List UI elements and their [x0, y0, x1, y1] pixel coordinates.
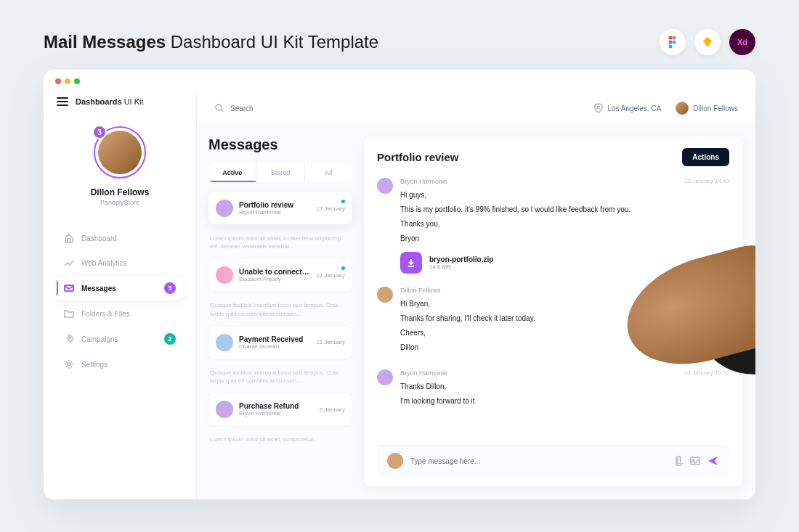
reply: Bryon Harmonie13 January 14:49Hi guys,Th…: [377, 178, 729, 274]
svg-point-4: [669, 45, 673, 49]
message-card[interactable]: Portfolio reviewBryon Harmonie13 January: [208, 192, 352, 224]
profile: 3 Dillon Fellows PanoplyStore: [57, 119, 183, 221]
attachment[interactable]: bryon-portfolio.zip14.6 MB: [400, 252, 729, 274]
message-card[interactable]: Payment ReceivedChanté Moreen11 January: [208, 327, 352, 359]
nav-label: Messages: [81, 285, 116, 292]
message-avatar: [216, 200, 233, 217]
search-icon: [214, 103, 224, 113]
message-preview: Quisque facilisis interdum tortor sed te…: [208, 295, 352, 326]
profile-name: Dillon Fellows: [57, 187, 183, 197]
message-list: Messages ActiveStaredAll Portfolio revie…: [197, 123, 364, 499]
messages-heading: Messages: [208, 136, 352, 153]
sidebar-item-messages[interactable]: Messages3: [57, 276, 183, 300]
avatar-badge: 3: [92, 125, 107, 139]
reply-time: 13 January 15:32: [684, 369, 729, 377]
message-preview: Lorem ipsum dolor sit amet, consectetur.…: [208, 430, 352, 452]
nav-label: Web Analytics: [81, 259, 127, 267]
topbar: Los Angeles, CA Dillon Fellows: [197, 93, 755, 123]
reply-avatar: [377, 287, 393, 303]
tab-all[interactable]: All: [305, 163, 352, 182]
menu-icon[interactable]: [57, 97, 68, 106]
location[interactable]: Los Angeles, CA: [594, 103, 661, 113]
attachment-icon[interactable]: [673, 456, 683, 466]
sidebar-item-campaigns[interactable]: Campaigns2: [57, 327, 183, 351]
attachment-name: bryon-portfolio.zip: [429, 255, 493, 263]
message-tabs: ActiveStaredAll: [208, 163, 352, 182]
unread-dot: [341, 200, 345, 203]
gear-icon: [64, 359, 74, 369]
message-card[interactable]: Purchase RefundBryon Harmonie9 January: [208, 393, 352, 425]
brand: Dashboards UI Kit: [76, 97, 144, 106]
message-sender: Chanté Moreen: [239, 343, 310, 350]
image-icon[interactable]: [690, 456, 700, 466]
sidebar-item-dashboard[interactable]: Dashboard: [57, 226, 183, 250]
reply-author: Bryon Harmonie: [400, 369, 447, 377]
actions-button[interactable]: Actions: [682, 148, 729, 166]
nav-badge: 3: [164, 282, 176, 294]
message-date: 9 January: [320, 406, 345, 413]
sidebar: Dashboards UI Kit 3 Dillon Fellows Panop…: [44, 93, 196, 499]
nav-label: Settings: [81, 361, 108, 369]
message-title: Portfolio review: [239, 201, 310, 209]
nav-label: Dashboard: [81, 234, 117, 242]
svg-line-9: [221, 110, 223, 112]
composer-avatar: [387, 453, 403, 469]
location-icon: [594, 103, 603, 113]
message-card[interactable]: Unable to connect with...Blossom Freddy1…: [208, 259, 352, 291]
message-preview: Lorem ipsum dolor sit amet, consectetur …: [208, 229, 352, 259]
reply: Dillon FellowsHi Bryan,Thanks for sharin…: [377, 287, 729, 356]
sidebar-item-web-analytics[interactable]: Web Analytics: [57, 251, 183, 274]
nav-label: Campaigns: [81, 335, 118, 343]
sidebar-item-settings[interactable]: Settings: [57, 353, 183, 376]
reply-avatar: [377, 369, 393, 385]
rocket-icon: [64, 334, 74, 344]
nav: DashboardWeb AnalyticsMessages3Folders &…: [57, 226, 183, 376]
message-date: 11 January: [316, 339, 345, 345]
message-avatar: [216, 334, 233, 351]
message-preview: Quisque facilisis interdum tortor sed te…: [208, 363, 352, 393]
svg-point-8: [216, 105, 222, 110]
svg-point-6: [69, 337, 70, 338]
minimize-dot[interactable]: [65, 78, 70, 84]
send-icon[interactable]: [707, 456, 719, 466]
page-title: Mail Messages Dashboard UI Kit Template: [44, 32, 378, 52]
close-dot[interactable]: [55, 78, 61, 84]
mail-icon: [64, 283, 74, 293]
composer: [377, 445, 729, 476]
xd-icon: Xd: [729, 29, 755, 55]
reply-text: Hi guys,This is my portfolio, it's 99% f…: [400, 189, 729, 245]
message-avatar: [216, 266, 233, 284]
tab-stared[interactable]: Stared: [256, 163, 304, 182]
message-avatar: [216, 401, 233, 418]
composer-input[interactable]: [410, 457, 665, 465]
reply-text: Thanks Dillon,I'm looking forward to it: [400, 381, 729, 407]
profile-subtitle: PanoplyStore: [57, 199, 183, 206]
figma-icon: [660, 29, 686, 55]
folder-icon: [64, 308, 74, 319]
thread-title: Portfolio review: [377, 151, 459, 163]
message-title: Purchase Refund: [239, 402, 314, 410]
svg-point-10: [598, 107, 600, 109]
reply: Bryon Harmonie13 January 15:32Thanks Dil…: [377, 369, 729, 410]
message-sender: Blossom Freddy: [239, 276, 310, 282]
message-date: 12 January: [316, 272, 345, 279]
home-icon: [64, 233, 74, 243]
thread-panel: Portfolio review Actions Bryon Harmonie1…: [364, 136, 742, 486]
user-pill[interactable]: Dillon Fellows: [676, 102, 738, 115]
nav-badge: 2: [164, 333, 176, 345]
reply-time: 13 January 14:49: [684, 178, 729, 185]
maximize-dot[interactable]: [74, 78, 80, 84]
message-date: 13 January: [316, 205, 345, 212]
nav-label: Folders & Files: [81, 310, 130, 318]
message-sender: Bryon Harmonie: [239, 209, 310, 216]
message-title: Payment Received: [239, 335, 310, 343]
attachment-size: 14.6 MB: [429, 263, 493, 270]
tab-active[interactable]: Active: [208, 163, 256, 182]
sidebar-item-folders-files[interactable]: Folders & Files: [57, 302, 183, 325]
message-title: Unable to connect with...: [239, 268, 310, 276]
search-input[interactable]: [230, 105, 317, 112]
reply-text: Hi Bryan,Thanks for sharing, I'll check …: [400, 298, 729, 353]
svg-point-2: [669, 41, 673, 44]
chart-icon: [64, 258, 74, 268]
reply-author: Dillon Fellows: [400, 287, 441, 294]
